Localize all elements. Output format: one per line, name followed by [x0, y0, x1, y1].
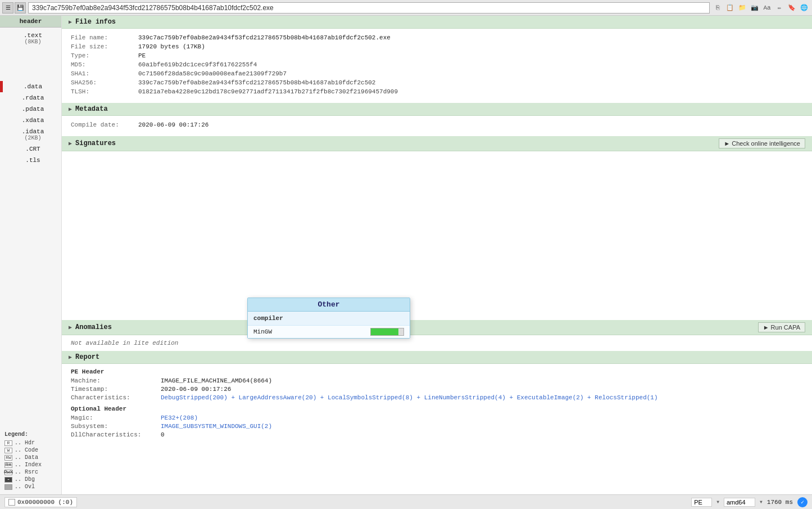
- sidebar-item-idata[interactable]: .idata (2KB): [0, 126, 61, 143]
- legend-row-r: R .. Hdr: [4, 440, 57, 446]
- sidebar-label-crt: .CRT: [4, 146, 61, 152]
- left-sidebar: header .text (8KB) .data .rdata: [0, 16, 62, 494]
- legend-row-rwx: RwX .. Rsrc: [4, 469, 57, 475]
- metadata-header[interactable]: ▶ Metadata: [62, 103, 812, 116]
- folder-icon[interactable]: 📁: [737, 2, 748, 13]
- file-infos-section: ▶ File infos File name: 339c7ac759b7ef0a…: [62, 16, 812, 103]
- arch-dropdown-arrow: ▼: [760, 499, 763, 505]
- file-name-label: File name:: [71, 34, 138, 41]
- legend-row-rx: RX .. Index: [4, 462, 57, 468]
- top-bar: ☰ 💾 ⎘ 📋 📁 📷 Aa ✏ 🔖 🌐: [0, 0, 812, 16]
- timestamp-row: Timestamp: 2020-06-09 00:17:26: [71, 386, 803, 393]
- legend-box-rx: RX: [4, 462, 12, 468]
- legend-dot-r: .. Hdr: [15, 440, 35, 446]
- font-icon[interactable]: Aa: [761, 2, 773, 13]
- sha256-value: 339c7ac759b7ef0ab8e2a9434f53fcd212786575…: [138, 79, 803, 86]
- characteristics-row: Characteristics: DebugStripped(200) + La…: [71, 394, 803, 401]
- subsystem-row: Subsystem: IMAGE_SUBSYSTEM_WINDOWS_GUI(2…: [71, 423, 803, 430]
- check-online-intelligence-button[interactable]: ► Check online intelligence: [719, 138, 805, 148]
- save-icon[interactable]: 💾: [15, 2, 26, 13]
- anomalies-section: ▶ Anomalies ► Run CAPA Not available in …: [62, 320, 812, 351]
- report-header[interactable]: ▶ Report: [62, 351, 812, 364]
- time-ms: 1760 ms: [767, 499, 793, 506]
- bookmark-icon[interactable]: 🔖: [786, 2, 797, 13]
- status-check-icon: ✓: [797, 497, 808, 507]
- sha1-row: SHA1: 0c71506f28da58c9c90a0008eafae21309…: [71, 70, 803, 77]
- machine-label: Machine:: [71, 377, 161, 384]
- metadata-section: ▶ Metadata Compile date: 2020-06-09 00:1…: [62, 103, 812, 136]
- hex-checkbox[interactable]: [8, 499, 15, 506]
- file-size-row: File size: 17920 bytes (17KB): [71, 43, 803, 50]
- sidebar-item-pdata[interactable]: .pdata: [0, 103, 61, 115]
- sidebar-item-crt[interactable]: .CRT: [0, 143, 61, 155]
- legend-dot-rwx: .. Rsrc: [15, 469, 38, 475]
- md5-row: MD5: 60a1bfe619b2dc1cec9f3f61762255f4: [71, 61, 803, 68]
- file-infos-content: File name: 339c7ac759b7ef0ab8e2a9434f53f…: [62, 29, 812, 103]
- sidebar-label-rdata: .rdata: [4, 94, 61, 101]
- sha256-label: SHA256:: [71, 79, 138, 86]
- signatures-section: ▶ Signatures ► Check online intelligence…: [62, 136, 812, 320]
- format-dropdown-arrow: ▼: [716, 499, 719, 505]
- sidebar-label-pdata: .pdata: [4, 106, 61, 112]
- file-name-row: File name: 339c7ac759b7ef0ab8e2a9434f53f…: [71, 34, 803, 41]
- sidebar-label-data: .data: [4, 83, 61, 90]
- file-name-value: 339c7ac759b7ef0ab8e2a9434f53fcd212786575…: [138, 34, 803, 41]
- other-panel-bar-fill: [371, 328, 398, 335]
- report-title: Report: [75, 353, 99, 361]
- machine-value: IMAGE_FILE_MACHINE_AMD64(8664): [161, 377, 803, 384]
- tlsh-row: TLSH: 01821a7eba4228e9c12bd178c9e92771ad…: [71, 88, 803, 95]
- file-infos-toggle: ▶: [69, 19, 72, 25]
- signatures-title: Signatures: [75, 139, 116, 147]
- magic-label: Magic:: [71, 415, 161, 421]
- compile-date-value: 2020-06-09 00:17:26: [138, 121, 803, 128]
- legend-dot-rw: .. Data: [15, 454, 38, 461]
- arch-dropdown[interactable]: amd64: [724, 498, 755, 507]
- sidebar-label-text: .text: [4, 32, 61, 39]
- globe-icon[interactable]: 🌐: [799, 2, 810, 13]
- other-panel-title: Other: [248, 298, 410, 312]
- file-infos-header[interactable]: ▶ File infos: [62, 16, 812, 29]
- sidebar-item-text[interactable]: .text (8KB): [0, 30, 61, 47]
- file-type-label: Type:: [71, 52, 138, 59]
- dllcharacteristics-label: DllCharacteristics:: [71, 431, 161, 438]
- screenshot-icon[interactable]: 📷: [749, 2, 760, 13]
- tlsh-label: TLSH:: [71, 88, 138, 95]
- format-dropdown[interactable]: PE: [691, 498, 712, 507]
- md5-label: MD5:: [71, 61, 138, 68]
- sidebar-item-data[interactable]: .data: [0, 81, 61, 92]
- timestamp-value: 2020-06-09 00:17:26: [161, 386, 803, 393]
- sidebar-item-tls[interactable]: .tls: [0, 155, 61, 166]
- run-capa-action: ► Run CAPA: [758, 322, 805, 332]
- file-type-row: Type: PE: [71, 52, 803, 59]
- signatures-toggle: ▶: [69, 140, 72, 147]
- run-capa-button[interactable]: ► Run CAPA: [758, 322, 805, 332]
- pe-header-title: PE Header: [71, 368, 803, 375]
- menu-icon[interactable]: ☰: [2, 2, 13, 13]
- sidebar-item-xdata[interactable]: .xdata: [0, 115, 61, 126]
- dllcharacteristics-row: DllCharacteristics: 0: [71, 431, 803, 438]
- machine-row: Machine: IMAGE_FILE_MACHINE_AMD64(8664): [71, 377, 803, 384]
- metadata-content: Compile date: 2020-06-09 00:17:26: [62, 116, 812, 136]
- metadata-title: Metadata: [75, 105, 108, 113]
- legend-section: Legend: R .. Hdr W .. Code RW .. Data RX…: [0, 428, 61, 494]
- anomalies-content: Not available in lite edition: [62, 335, 812, 351]
- copy-icon[interactable]: ⎘: [712, 2, 723, 13]
- check-intelligence-action: ► Check online intelligence: [719, 138, 805, 148]
- sidebar-item-rdata[interactable]: .rdata: [0, 92, 61, 103]
- filepath-input[interactable]: [28, 2, 710, 13]
- signatures-header[interactable]: ▶ Signatures ► Check online intelligence: [62, 136, 812, 151]
- timestamp-label: Timestamp:: [71, 386, 161, 393]
- anomalies-header[interactable]: ▶ Anomalies ► Run CAPA: [62, 320, 812, 335]
- highlight-icon[interactable]: ✏: [774, 2, 785, 13]
- legend-dot-ovl: .. Ovl: [15, 484, 35, 490]
- characteristics-label: Characteristics:: [71, 394, 161, 401]
- hex-offset-item: 0x00000000 (:0): [4, 497, 77, 507]
- legend-box-w: W: [4, 448, 12, 453]
- legend-box-ovl: [4, 484, 12, 490]
- legend-title: Legend:: [4, 431, 57, 438]
- save2-icon[interactable]: 📋: [724, 2, 736, 13]
- sidebar-label-tls: .tls: [4, 157, 61, 164]
- characteristics-value: DebugStripped(200) + LargeAddressAware(2…: [161, 394, 803, 401]
- legend-row-ovl: .. Ovl: [4, 484, 57, 490]
- optional-header-title: Optional Header: [71, 406, 803, 412]
